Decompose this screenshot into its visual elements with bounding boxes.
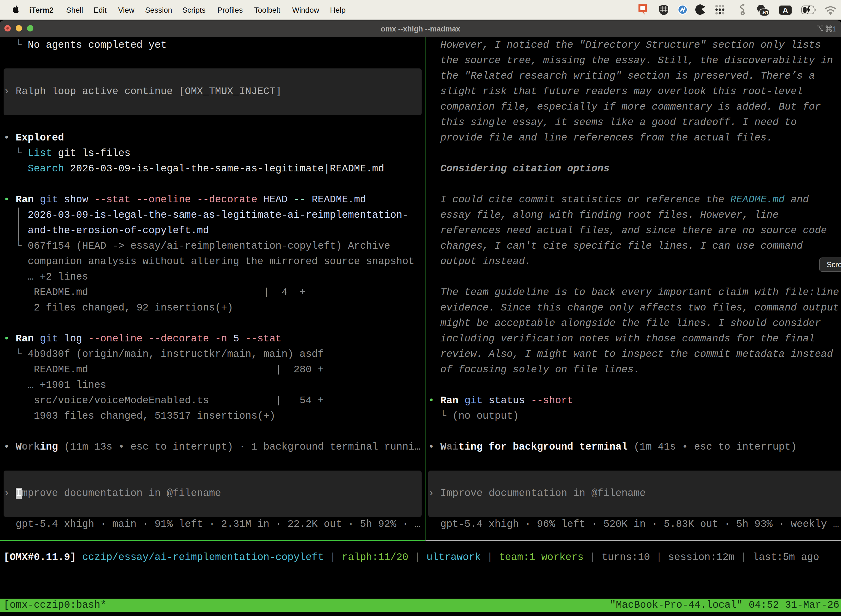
svg-text:A: A — [783, 6, 788, 14]
svg-text:1: 1 — [833, 25, 835, 33]
svg-text:..61: ..61 — [760, 10, 768, 15]
